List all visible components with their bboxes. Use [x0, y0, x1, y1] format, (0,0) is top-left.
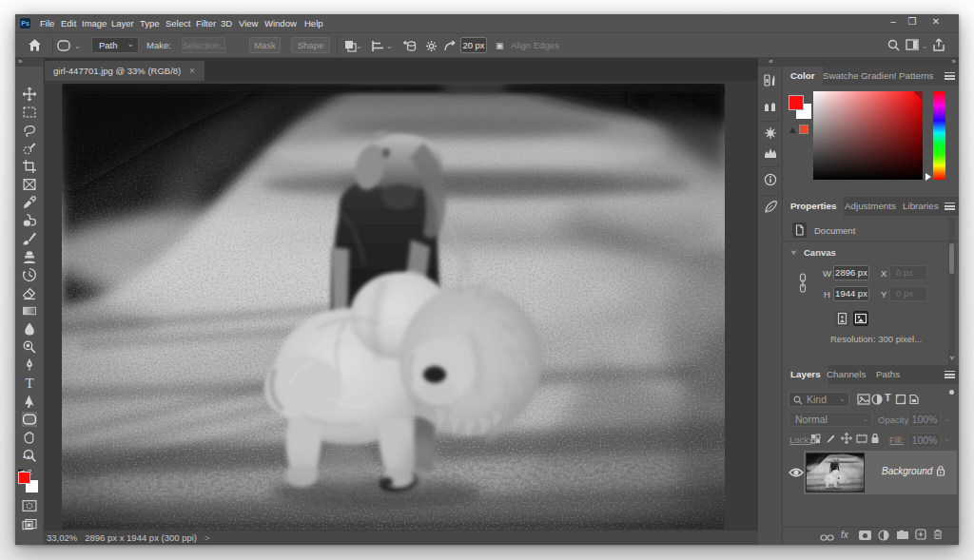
svg-text:T: T: [25, 376, 33, 391]
